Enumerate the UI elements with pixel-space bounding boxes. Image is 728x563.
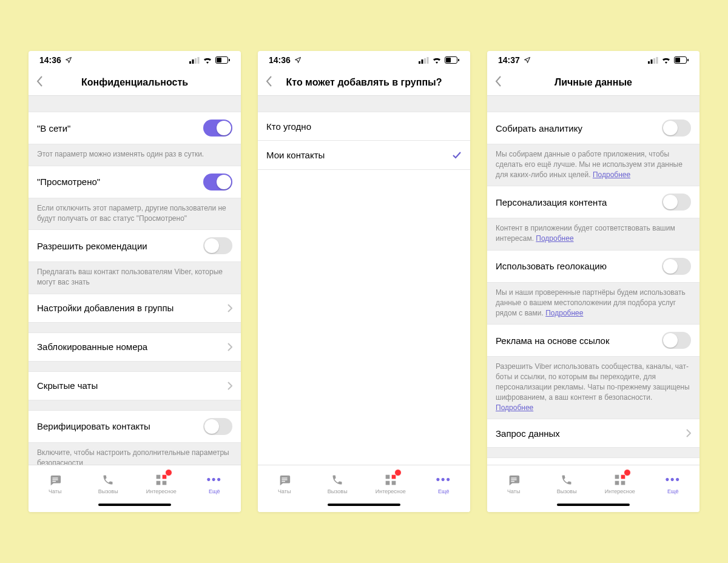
svg-rect-28	[648, 61, 650, 64]
tab-label: Интересное	[605, 488, 635, 494]
status-time: 14:37	[498, 55, 520, 65]
tab-label: Чаты	[278, 488, 291, 494]
svg-rect-15	[422, 59, 423, 64]
chats-icon	[277, 473, 292, 487]
tab-bar: Чаты Вызовы Интересное ••• Ещё	[258, 465, 470, 501]
toggle-seen[interactable]	[203, 174, 232, 190]
toggle-analytics[interactable]	[662, 120, 691, 137]
tab-interesting[interactable]: Интересное	[135, 465, 188, 501]
status-bar: 14:36	[29, 51, 241, 69]
tab-label: Чаты	[507, 488, 520, 494]
svg-rect-22	[281, 479, 287, 480]
row-delete-data[interactable]: Удаление данных	[487, 457, 699, 465]
tab-chats[interactable]: Чаты	[29, 465, 82, 501]
row-label: "В сети"	[37, 123, 203, 133]
home-indicator	[258, 501, 470, 512]
toggle-personal[interactable]	[662, 194, 691, 211]
svg-rect-19	[446, 58, 451, 62]
toggle-geo[interactable]	[662, 258, 691, 275]
svg-rect-2	[195, 58, 197, 64]
row-label: Скрытые чаты	[37, 380, 228, 391]
tab-chats[interactable]: Чаты	[258, 465, 311, 501]
row-hidden[interactable]: Скрытые чаты	[29, 371, 241, 400]
toggle-recs[interactable]	[203, 237, 232, 254]
notification-badge	[165, 469, 172, 476]
tab-calls[interactable]: Вызовы	[541, 465, 594, 501]
tab-label: Интересное	[376, 488, 406, 494]
nav-bar: Кто может добавлять в группы?	[258, 69, 470, 96]
row-ads[interactable]: Реклама на основе ссылок	[487, 324, 699, 357]
tab-label: Вызовы	[557, 488, 577, 494]
svg-rect-41	[621, 480, 625, 485]
option-anyone[interactable]: Кто угодно	[258, 112, 470, 141]
row-label: Верифицировать контакты	[37, 421, 203, 431]
calls-icon	[101, 473, 115, 487]
status-time: 14:36	[269, 55, 291, 65]
svg-rect-23	[281, 480, 285, 481]
wifi-icon	[661, 56, 671, 64]
link-more[interactable]: Подробнее	[496, 403, 533, 412]
toggle-ads[interactable]	[662, 332, 691, 349]
back-button[interactable]	[491, 72, 505, 93]
svg-rect-16	[424, 58, 426, 64]
nav-bar: Конфиденциальность	[29, 69, 241, 96]
tab-label: Ещё	[209, 488, 220, 494]
tab-chats[interactable]: Чаты	[487, 465, 541, 501]
more-icon: •••	[666, 473, 680, 487]
link-more[interactable]: Подробнее	[593, 170, 630, 179]
svg-rect-37	[511, 480, 514, 481]
row-geo[interactable]: Использовать геолокацию	[487, 250, 699, 283]
option-contacts[interactable]: Мои контакты	[258, 141, 470, 170]
row-blocked[interactable]: Заблокированные номера	[29, 332, 241, 362]
status-time: 14:36	[39, 55, 61, 65]
chevron-right-icon	[228, 343, 232, 351]
row-online[interactable]: "В сети"	[29, 112, 241, 144]
battery-icon	[215, 56, 230, 64]
row-verify[interactable]: Верифицировать контакты	[29, 410, 241, 443]
tab-bar: Чаты Вызовы Интересное ••• Ещё	[29, 465, 241, 501]
svg-rect-38	[615, 474, 619, 479]
tab-label: Ещё	[667, 488, 678, 494]
calls-icon	[330, 473, 345, 487]
status-bar: 14:37	[487, 51, 699, 69]
calls-icon	[559, 473, 574, 487]
tab-more[interactable]: ••• Ещё	[188, 465, 241, 501]
row-groups[interactable]: Настройки добавления в группы	[29, 294, 241, 323]
svg-rect-14	[419, 61, 420, 64]
svg-rect-20	[458, 59, 459, 61]
row-label: "Просмотрено"	[37, 177, 203, 187]
tab-label: Ещё	[438, 488, 449, 494]
tab-calls[interactable]: Вызовы	[311, 465, 365, 501]
tab-more[interactable]: ••• Ещё	[417, 465, 471, 501]
row-seen[interactable]: "Просмотрено"	[29, 166, 241, 198]
toggle-verify[interactable]	[203, 418, 232, 435]
row-label: Заблокированные номера	[37, 342, 228, 352]
svg-rect-13	[162, 480, 166, 485]
toggle-online[interactable]	[203, 120, 232, 137]
footnote-ads: Разрешить Viber использовать сообщества,…	[487, 357, 699, 419]
row-personal[interactable]: Персонализация контента	[487, 186, 699, 218]
footnote-geo: Мы и наши проверенные партнёры будем исп…	[487, 283, 699, 324]
svg-rect-27	[391, 480, 396, 485]
tab-more[interactable]: ••• Ещё	[647, 465, 700, 501]
footnote-verify: Включите, чтобы настроить дополнительные…	[29, 443, 241, 465]
row-recs[interactable]: Разрешить рекомендации	[29, 229, 241, 262]
svg-rect-35	[511, 477, 516, 478]
link-more[interactable]: Подробнее	[536, 234, 573, 243]
more-icon: •••	[207, 473, 221, 487]
row-analytics[interactable]: Собирать аналитику	[487, 112, 699, 144]
more-icon: •••	[436, 473, 451, 487]
tab-calls[interactable]: Вызовы	[82, 465, 135, 501]
svg-rect-36	[511, 479, 516, 480]
back-button[interactable]	[32, 72, 47, 93]
tab-interesting[interactable]: Интересное	[364, 465, 417, 501]
row-request-data[interactable]: Запрос данных	[487, 419, 699, 448]
row-label: Мои контакты	[266, 150, 452, 160]
tab-interesting[interactable]: Интересное	[593, 465, 647, 501]
back-button[interactable]	[261, 72, 276, 93]
link-more[interactable]: Подробнее	[545, 309, 583, 317]
home-indicator	[29, 501, 241, 512]
tab-label: Вызовы	[98, 488, 118, 494]
tab-label: Чаты	[49, 488, 61, 494]
tab-label: Вызовы	[328, 488, 348, 494]
